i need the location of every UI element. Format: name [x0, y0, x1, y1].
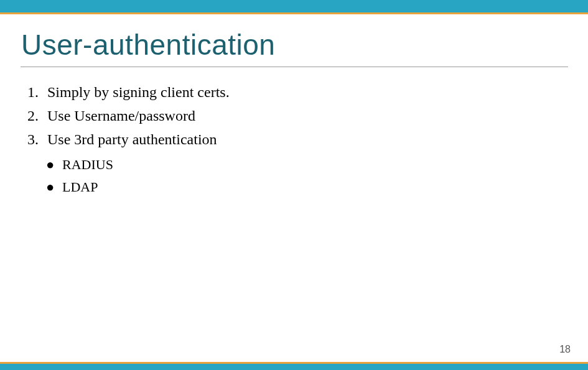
list-number: 2. [27, 104, 47, 127]
title-underline [21, 67, 568, 67]
list-number: 3. [27, 128, 47, 150]
list-text: Simply by signing client certs. [47, 81, 230, 103]
sub-list-text: LDAP [62, 177, 98, 197]
slide-title: User-authentication [21, 28, 275, 62]
bullet-icon: ● [46, 154, 62, 175]
sub-list-text: RADIUS [62, 154, 113, 175]
sub-list: ● RADIUS ● LDAP [46, 154, 230, 197]
list-text: Use Username/password [47, 104, 195, 127]
bottom-accent-bar-cyan [0, 364, 588, 370]
bullet-icon: ● [46, 177, 62, 197]
sub-list-item: ● RADIUS [46, 154, 230, 175]
list-item: 3. Use 3rd party authentication [27, 128, 230, 150]
list-number: 1. [27, 81, 47, 103]
list-item: 1. Simply by signing client certs. [27, 81, 230, 103]
top-accent-bar-orange [0, 12, 588, 14]
list-text: Use 3rd party authentication [47, 128, 217, 150]
sub-list-item: ● LDAP [46, 177, 230, 197]
top-accent-bar-cyan [0, 0, 588, 12]
slide-content: 1. Simply by signing client certs. 2. Us… [27, 81, 230, 199]
page-number: 18 [559, 344, 571, 355]
list-item: 2. Use Username/password [27, 104, 230, 127]
